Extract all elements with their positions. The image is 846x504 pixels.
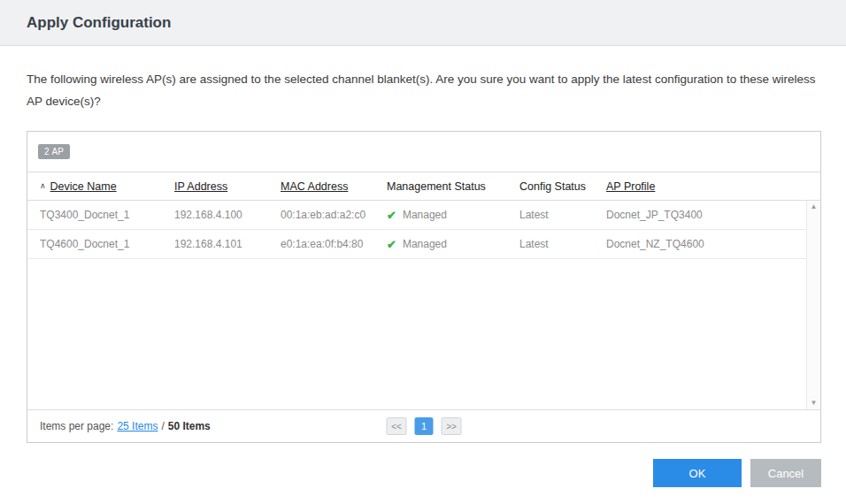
table-row: TQ3400_Docnet_1 192.168.4.100 00:1a:eb:a… [27,201,806,230]
scrollbar-track[interactable] [807,210,820,400]
table-toolbar: 2 AP [27,132,820,172]
cell-device-name: TQ4600_Docnet_1 [40,238,174,250]
cell-ap-profile: Docnet_JP_TQ3400 [606,209,806,221]
scroll-up-icon[interactable]: ▲ [811,203,818,210]
dialog-header: Apply Configuration [0,0,846,46]
column-header-mac-address[interactable]: MAC Address [281,180,387,193]
pagination-prev-button[interactable]: << [387,417,407,435]
column-label-device-name: Device Name [50,180,117,193]
table-body: TQ3400_Docnet_1 192.168.4.100 00:1a:eb:a… [27,201,820,409]
scroll-down-icon[interactable]: ▼ [811,400,818,407]
column-header-management-status: Management Status [387,180,519,193]
cancel-button[interactable]: Cancel [750,459,821,487]
column-label-ap-profile: AP Profile [606,180,655,193]
cell-management-status: ✔ Managed [387,238,519,250]
cell-mac-address: e0:1a:ea:0f:b4:80 [281,238,387,250]
ok-button[interactable]: OK [653,459,742,487]
apply-configuration-dialog: Apply Configuration The following wirele… [0,0,846,113]
managed-check-icon: ✔ [387,239,396,250]
column-label-config-status: Config Status [519,180,586,193]
column-header-device-name[interactable]: ∧ Device Name [40,180,174,193]
column-label-mac-address: MAC Address [281,180,348,193]
items-separator: / [161,420,164,432]
cell-ip-address: 192.168.4.101 [174,238,281,250]
cell-mac-address: 00:1a:eb:ad:a2:c0 [281,209,387,221]
pagination-page-1-button[interactable]: 1 [415,417,434,435]
items-per-page-info: Items per page: 25 Items / 50 Items [40,420,211,432]
column-header-config-status: Config Status [519,180,606,193]
dialog-title: Apply Configuration [27,14,171,32]
column-label-management-status: Management Status [387,180,486,193]
column-header-ip-address[interactable]: IP Address [174,180,281,193]
pagination: << 1 >> [387,417,462,435]
ap-count-badge: 2 AP [38,144,70,159]
cell-ip-address: 192.168.4.100 [174,209,281,221]
items-per-page-link[interactable]: 25 Items [117,420,158,432]
sort-asc-icon: ∧ [40,182,46,190]
pagination-next-button[interactable]: >> [442,417,462,435]
column-label-ip-address: IP Address [174,180,227,193]
management-status-text: Managed [403,209,447,221]
cell-management-status: ✔ Managed [387,209,519,221]
ap-table-panel: 2 AP ∧ Device Name IP Address MAC Addres… [27,131,821,443]
dialog-actions: OK Cancel [653,459,821,487]
table-row: TQ4600_Docnet_1 192.168.4.101 e0:1a:ea:0… [27,230,806,259]
table-header-row: ∧ Device Name IP Address MAC Address Man… [27,172,820,201]
cell-config-status: Latest [519,238,606,250]
table-scrollbar[interactable]: ▲ ▼ [806,201,820,409]
cell-ap-profile: Docnet_NZ_TQ4600 [606,238,806,250]
table-footer: Items per page: 25 Items / 50 Items << 1… [27,409,820,442]
managed-check-icon: ✔ [387,210,396,221]
confirmation-message: The following wireless AP(s) are assigne… [27,69,819,113]
cell-config-status: Latest [519,209,606,221]
management-status-text: Managed [403,238,447,250]
column-header-ap-profile[interactable]: AP Profile [606,180,820,193]
total-items-label: 50 Items [168,420,211,432]
cell-device-name: TQ3400_Docnet_1 [40,209,174,221]
items-per-page-label: Items per page: [40,420,113,432]
